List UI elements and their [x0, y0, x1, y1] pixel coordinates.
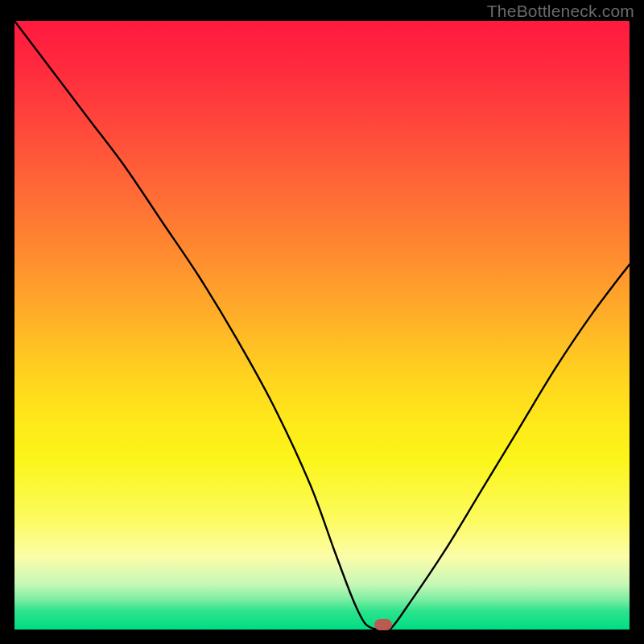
plot-area: [14, 21, 630, 630]
optimal-point-marker: [374, 619, 392, 630]
watermark-text: TheBottleneck.com: [487, 2, 634, 21]
chart-frame: TheBottleneck.com: [0, 0, 644, 644]
bottleneck-curve: [14, 21, 630, 630]
